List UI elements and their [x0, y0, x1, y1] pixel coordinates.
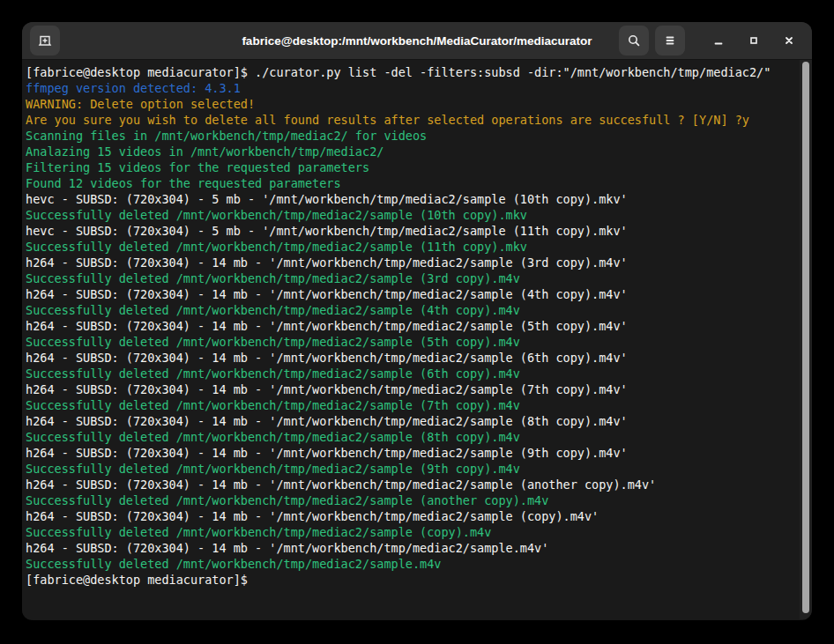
terminal-line: Successfully deleted /mnt/workbench/tmp/… [26, 302, 796, 318]
minimize-icon [712, 34, 725, 47]
terminal-line: h264 - SUBSD: (720x304) - 14 mb - '/mnt/… [26, 508, 796, 524]
terminal-line: h264 - SUBSD: (720x304) - 14 mb - '/mnt/… [26, 477, 796, 492]
new-tab-button[interactable] [30, 26, 60, 56]
scrollbar [800, 60, 812, 619]
scrollbar-thumb[interactable] [802, 62, 809, 613]
terminal-line: hevc - SUBSD: (720x304) - 5 mb - '/mnt/w… [26, 223, 796, 239]
search-icon [627, 33, 641, 48]
terminal-line: Found 12 videos for the requested parame… [26, 175, 796, 191]
menu-button[interactable] [655, 26, 685, 56]
terminal-window: fabrice@desktop:/mnt/workbench/MediaCura… [22, 22, 812, 620]
terminal-line: h264 - SUBSD: (720x304) - 14 mb - '/mnt/… [26, 445, 796, 461]
terminal-line: Successfully deleted /mnt/workbench/tmp/… [26, 429, 796, 445]
close-icon [783, 34, 795, 47]
titlebar: fabrice@desktop:/mnt/workbench/MediaCura… [22, 22, 812, 60]
terminal-line: ffmpeg version detected: 4.3.1 [26, 80, 796, 96]
terminal-output: [fabrice@desktop mediacurator]$ ./curato… [26, 64, 796, 588]
terminal-line: Successfully deleted /mnt/workbench/tmp/… [26, 524, 796, 540]
terminal-line: WARNING: Delete option selected! [26, 96, 796, 112]
terminal-line: Scanning files in /mnt/workbench/tmp/med… [26, 128, 796, 144]
terminal-line: Successfully deleted /mnt/workbench/tmp/… [26, 556, 796, 572]
terminal-line: h264 - SUBSD: (720x304) - 14 mb - '/mnt/… [26, 381, 796, 397]
terminal-line: hevc - SUBSD: (720x304) - 5 mb - '/mnt/w… [26, 191, 796, 207]
terminal-line: h264 - SUBSD: (720x304) - 14 mb - '/mnt/… [26, 255, 796, 270]
terminal-line: Successfully deleted /mnt/workbench/tmp/… [26, 270, 796, 286]
terminal-line: Successfully deleted /mnt/workbench/tmp/… [26, 366, 796, 381]
search-button[interactable] [619, 26, 649, 56]
close-button[interactable] [774, 26, 804, 56]
terminal-line: Successfully deleted /mnt/workbench/tmp/… [26, 461, 796, 477]
terminal-line: h264 - SUBSD: (720x304) - 14 mb - '/mnt/… [26, 350, 796, 366]
terminal-line: [fabrice@desktop mediacurator]$ [26, 572, 796, 588]
new-tab-icon [38, 33, 52, 48]
terminal-line: h264 - SUBSD: (720x304) - 14 mb - '/mnt/… [26, 318, 796, 334]
window-title: fabrice@desktop:/mnt/workbench/MediaCura… [242, 34, 592, 48]
terminal-line: Analazing 15 videos in /mnt/workbench/tm… [26, 144, 796, 159]
hamburger-menu-icon [664, 34, 676, 47]
terminal-line: Successfully deleted /mnt/workbench/tmp/… [26, 239, 796, 255]
terminal-line: Are you sure you wish to delete all foun… [26, 112, 796, 128]
terminal-line: h264 - SUBSD: (720x304) - 14 mb - '/mnt/… [26, 540, 796, 556]
terminal-line: Successfully deleted /mnt/workbench/tmp/… [26, 397, 796, 413]
terminal-line: h264 - SUBSD: (720x304) - 14 mb - '/mnt/… [26, 286, 796, 302]
terminal-line: [fabrice@desktop mediacurator]$ ./curato… [26, 64, 796, 80]
minimize-button[interactable] [704, 26, 733, 56]
maximize-button[interactable] [739, 26, 769, 56]
maximize-icon [748, 34, 760, 47]
terminal-line: h264 - SUBSD: (720x304) - 14 mb - '/mnt/… [26, 413, 796, 429]
terminal-line: Successfully deleted /mnt/workbench/tmp/… [26, 334, 796, 350]
terminal-line: Successfully deleted /mnt/workbench/tmp/… [26, 207, 796, 223]
terminal-screen[interactable]: [fabrice@desktop mediacurator]$ ./curato… [22, 60, 812, 619]
terminal-line: Filtering 15 videos for the requested pa… [26, 159, 796, 175]
terminal-line: Successfully deleted /mnt/workbench/tmp/… [26, 492, 796, 508]
